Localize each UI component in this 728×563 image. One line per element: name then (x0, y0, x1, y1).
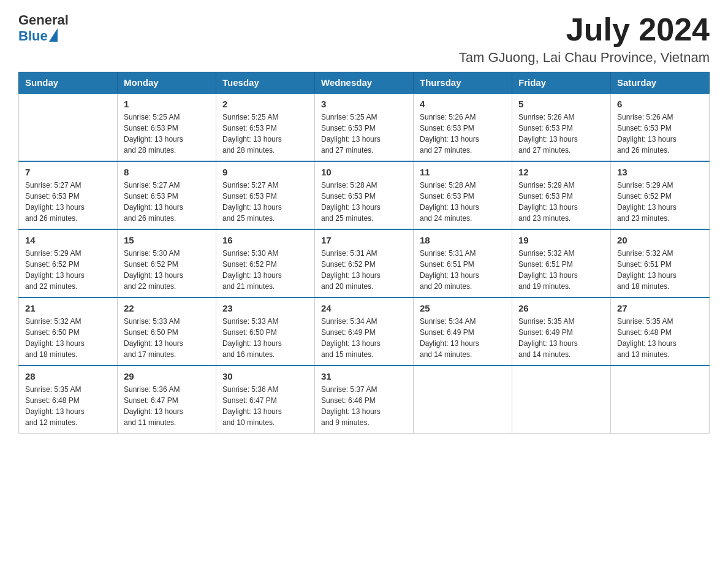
calendar-day-cell: 9Sunrise: 5:27 AM Sunset: 6:53 PM Daylig… (216, 161, 315, 229)
calendar-day-cell: 5Sunrise: 5:26 AM Sunset: 6:53 PM Daylig… (512, 93, 611, 161)
day-info: Sunrise: 5:27 AM Sunset: 6:53 PM Dayligh… (222, 180, 308, 224)
day-info: Sunrise: 5:28 AM Sunset: 6:53 PM Dayligh… (420, 180, 506, 224)
calendar-day-cell: 18Sunrise: 5:31 AM Sunset: 6:51 PM Dayli… (414, 229, 512, 297)
day-number: 27 (617, 303, 703, 313)
calendar-day-cell: 7Sunrise: 5:27 AM Sunset: 6:53 PM Daylig… (19, 161, 118, 229)
logo-general-text: General (18, 12, 69, 28)
weekday-header-tuesday: Tuesday (216, 72, 315, 94)
day-info: Sunrise: 5:32 AM Sunset: 6:50 PM Dayligh… (25, 316, 111, 360)
day-number: 2 (222, 99, 308, 109)
day-number: 8 (124, 167, 210, 177)
location-subtitle: Tam GJuong, Lai Chau Province, Vietnam (459, 50, 710, 66)
calendar-day-cell: 19Sunrise: 5:32 AM Sunset: 6:51 PM Dayli… (512, 229, 611, 297)
day-number: 16 (222, 235, 308, 245)
calendar-day-cell (19, 93, 118, 161)
calendar-day-cell (414, 366, 512, 434)
weekday-header-monday: Monday (118, 72, 216, 94)
weekday-header-friday: Friday (512, 72, 611, 94)
day-number: 19 (518, 235, 604, 245)
day-info: Sunrise: 5:29 AM Sunset: 6:53 PM Dayligh… (518, 180, 604, 224)
calendar-table: SundayMondayTuesdayWednesdayThursdayFrid… (18, 72, 710, 434)
calendar-day-cell: 17Sunrise: 5:31 AM Sunset: 6:52 PM Dayli… (315, 229, 414, 297)
calendar-week-row: 28Sunrise: 5:35 AM Sunset: 6:48 PM Dayli… (19, 366, 710, 434)
day-info: Sunrise: 5:28 AM Sunset: 6:53 PM Dayligh… (321, 180, 407, 224)
day-number: 23 (222, 303, 308, 313)
calendar-day-cell: 30Sunrise: 5:36 AM Sunset: 6:47 PM Dayli… (216, 366, 315, 434)
day-number: 29 (124, 371, 210, 381)
calendar-day-cell: 23Sunrise: 5:33 AM Sunset: 6:50 PM Dayli… (216, 297, 315, 366)
day-info: Sunrise: 5:31 AM Sunset: 6:52 PM Dayligh… (321, 248, 407, 292)
day-info: Sunrise: 5:30 AM Sunset: 6:52 PM Dayligh… (222, 248, 308, 292)
day-info: Sunrise: 5:27 AM Sunset: 6:53 PM Dayligh… (124, 180, 210, 224)
calendar-header: SundayMondayTuesdayWednesdayThursdayFrid… (19, 72, 710, 94)
calendar-day-cell: 31Sunrise: 5:37 AM Sunset: 6:46 PM Dayli… (315, 366, 414, 434)
day-info: Sunrise: 5:25 AM Sunset: 6:53 PM Dayligh… (222, 112, 308, 156)
calendar-day-cell: 28Sunrise: 5:35 AM Sunset: 6:48 PM Dayli… (19, 366, 118, 434)
day-number: 4 (420, 99, 506, 109)
day-info: Sunrise: 5:37 AM Sunset: 6:46 PM Dayligh… (321, 384, 407, 428)
day-info: Sunrise: 5:33 AM Sunset: 6:50 PM Dayligh… (222, 316, 308, 360)
day-info: Sunrise: 5:29 AM Sunset: 6:52 PM Dayligh… (25, 248, 111, 292)
weekday-header-thursday: Thursday (414, 72, 512, 94)
day-number: 12 (518, 167, 604, 177)
calendar-day-cell (512, 366, 611, 434)
calendar-week-row: 21Sunrise: 5:32 AM Sunset: 6:50 PM Dayli… (19, 297, 710, 366)
day-info: Sunrise: 5:26 AM Sunset: 6:53 PM Dayligh… (420, 112, 506, 156)
calendar-day-cell: 21Sunrise: 5:32 AM Sunset: 6:50 PM Dayli… (19, 297, 118, 366)
day-number: 11 (420, 167, 506, 177)
day-number: 20 (617, 235, 703, 245)
day-info: Sunrise: 5:35 AM Sunset: 6:48 PM Dayligh… (617, 316, 703, 360)
calendar-day-cell: 29Sunrise: 5:36 AM Sunset: 6:47 PM Dayli… (118, 366, 216, 434)
day-number: 22 (124, 303, 210, 313)
calendar-day-cell: 22Sunrise: 5:33 AM Sunset: 6:50 PM Dayli… (118, 297, 216, 366)
calendar-day-cell: 16Sunrise: 5:30 AM Sunset: 6:52 PM Dayli… (216, 229, 315, 297)
day-info: Sunrise: 5:27 AM Sunset: 6:53 PM Dayligh… (25, 180, 111, 224)
day-info: Sunrise: 5:34 AM Sunset: 6:49 PM Dayligh… (420, 316, 506, 360)
logo-triangle-icon (49, 28, 58, 42)
calendar-day-cell: 10Sunrise: 5:28 AM Sunset: 6:53 PM Dayli… (315, 161, 414, 229)
day-number: 7 (25, 167, 111, 177)
day-number: 14 (25, 235, 111, 245)
calendar-week-row: 1Sunrise: 5:25 AM Sunset: 6:53 PM Daylig… (19, 93, 710, 161)
day-number: 9 (222, 167, 308, 177)
day-number: 1 (124, 99, 210, 109)
month-year-title: July 2024 (459, 12, 710, 47)
day-number: 28 (25, 371, 111, 381)
day-info: Sunrise: 5:25 AM Sunset: 6:53 PM Dayligh… (321, 112, 407, 156)
weekday-header-wednesday: Wednesday (315, 72, 414, 94)
day-info: Sunrise: 5:36 AM Sunset: 6:47 PM Dayligh… (124, 384, 210, 428)
calendar-day-cell: 27Sunrise: 5:35 AM Sunset: 6:48 PM Dayli… (611, 297, 710, 366)
calendar-day-cell: 13Sunrise: 5:29 AM Sunset: 6:52 PM Dayli… (611, 161, 710, 229)
logo-blue-text: Blue (18, 28, 48, 44)
day-info: Sunrise: 5:26 AM Sunset: 6:53 PM Dayligh… (617, 112, 703, 156)
day-number: 15 (124, 235, 210, 245)
day-number: 18 (420, 235, 506, 245)
calendar-day-cell: 1Sunrise: 5:25 AM Sunset: 6:53 PM Daylig… (118, 93, 216, 161)
calendar-day-cell: 24Sunrise: 5:34 AM Sunset: 6:49 PM Dayli… (315, 297, 414, 366)
day-number: 30 (222, 371, 308, 381)
weekday-header-saturday: Saturday (611, 72, 710, 94)
day-info: Sunrise: 5:30 AM Sunset: 6:52 PM Dayligh… (124, 248, 210, 292)
page-header: General Blue July 2024 Tam GJuong, Lai C… (18, 12, 710, 66)
day-info: Sunrise: 5:31 AM Sunset: 6:51 PM Dayligh… (420, 248, 506, 292)
logo: General Blue (18, 12, 69, 44)
calendar-week-row: 14Sunrise: 5:29 AM Sunset: 6:52 PM Dayli… (19, 229, 710, 297)
calendar-day-cell: 12Sunrise: 5:29 AM Sunset: 6:53 PM Dayli… (512, 161, 611, 229)
day-info: Sunrise: 5:29 AM Sunset: 6:52 PM Dayligh… (617, 180, 703, 224)
calendar-day-cell: 25Sunrise: 5:34 AM Sunset: 6:49 PM Dayli… (414, 297, 512, 366)
calendar-day-cell: 2Sunrise: 5:25 AM Sunset: 6:53 PM Daylig… (216, 93, 315, 161)
day-number: 21 (25, 303, 111, 313)
day-number: 31 (321, 371, 407, 381)
weekday-header-row: SundayMondayTuesdayWednesdayThursdayFrid… (19, 72, 710, 94)
day-info: Sunrise: 5:25 AM Sunset: 6:53 PM Dayligh… (124, 112, 210, 156)
day-info: Sunrise: 5:26 AM Sunset: 6:53 PM Dayligh… (518, 112, 604, 156)
day-info: Sunrise: 5:32 AM Sunset: 6:51 PM Dayligh… (617, 248, 703, 292)
calendar-day-cell: 26Sunrise: 5:35 AM Sunset: 6:49 PM Dayli… (512, 297, 611, 366)
day-number: 17 (321, 235, 407, 245)
calendar-day-cell: 8Sunrise: 5:27 AM Sunset: 6:53 PM Daylig… (118, 161, 216, 229)
day-info: Sunrise: 5:35 AM Sunset: 6:49 PM Dayligh… (518, 316, 604, 360)
day-number: 3 (321, 99, 407, 109)
calendar-day-cell: 3Sunrise: 5:25 AM Sunset: 6:53 PM Daylig… (315, 93, 414, 161)
day-number: 6 (617, 99, 703, 109)
day-number: 13 (617, 167, 703, 177)
